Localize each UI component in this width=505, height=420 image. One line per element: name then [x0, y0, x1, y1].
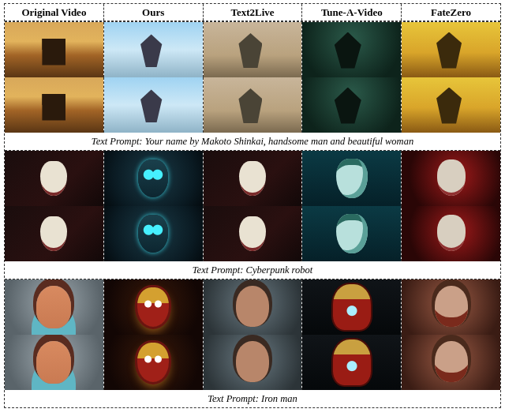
video-frame — [204, 22, 303, 77]
video-frame — [402, 22, 500, 77]
thumbnail-icon — [204, 279, 302, 335]
video-frame — [204, 77, 303, 133]
video-frame — [104, 77, 204, 133]
thumbnail-icon — [302, 206, 401, 261]
thumbnail-icon — [104, 335, 203, 390]
frame-row — [5, 151, 500, 206]
video-frame — [5, 22, 104, 77]
thumbnail-icon — [204, 206, 302, 261]
example-block: Text Prompt: Your name by Makoto Shinkai… — [5, 21, 500, 150]
video-frame — [104, 151, 204, 206]
thumbnail-icon — [302, 151, 401, 206]
thumbnail-icon — [104, 206, 203, 261]
prompt-caption: Text Prompt: Cyberpunk robot — [5, 261, 500, 279]
video-frame — [5, 77, 104, 133]
video-frame — [5, 151, 104, 206]
thumbnail-icon — [204, 151, 302, 206]
frame-row — [5, 335, 500, 390]
col-header: Text2Live — [204, 4, 303, 21]
col-header: Ours — [104, 4, 204, 21]
frame-row — [5, 22, 500, 77]
thumbnail-icon — [5, 279, 103, 335]
video-frame — [5, 279, 104, 335]
frame-row — [5, 77, 500, 133]
video-frame — [402, 151, 500, 206]
video-frame — [402, 335, 500, 390]
video-frame — [104, 335, 204, 390]
thumbnail-icon — [402, 77, 500, 133]
thumbnail-icon — [104, 279, 203, 335]
thumbnail-icon — [104, 151, 203, 206]
video-frame — [204, 335, 303, 390]
thumbnail-icon — [402, 206, 500, 261]
thumbnail-icon — [5, 77, 103, 133]
video-frame — [402, 77, 500, 133]
thumbnail-icon — [204, 335, 302, 390]
thumbnail-icon — [204, 22, 302, 77]
thumbnail-icon — [5, 151, 103, 206]
video-frame — [302, 206, 402, 261]
thumbnail-icon — [402, 151, 500, 206]
video-frame — [104, 279, 204, 335]
thumbnail-icon — [402, 22, 500, 77]
video-frame — [302, 335, 402, 390]
thumbnail-icon — [204, 77, 302, 133]
thumbnail-icon — [5, 22, 103, 77]
video-frame — [104, 206, 204, 261]
video-frame — [204, 279, 303, 335]
thumbnail-icon — [302, 335, 401, 390]
video-frame — [402, 279, 500, 335]
thumbnail-icon — [302, 279, 401, 335]
thumbnail-icon — [104, 22, 203, 77]
col-header: Original Video — [5, 4, 104, 21]
col-header: Tune-A-Video — [302, 4, 402, 21]
video-frame — [302, 77, 402, 133]
prompt-caption: Text Prompt: Your name by Makoto Shinkai… — [5, 133, 500, 150]
frame-row — [5, 206, 500, 261]
header-row: Original Video Ours Text2Live Tune-A-Vid… — [5, 4, 500, 21]
video-frame — [5, 335, 104, 390]
prompt-caption: Text Prompt: Iron man — [5, 390, 500, 407]
thumbnail-icon — [5, 335, 103, 390]
video-frame — [104, 22, 204, 77]
video-frame — [302, 151, 402, 206]
thumbnail-icon — [302, 77, 401, 133]
comparison-figure: Original Video Ours Text2Live Tune-A-Vid… — [4, 3, 501, 408]
video-frame — [5, 206, 104, 261]
video-frame — [204, 151, 303, 206]
video-frame — [302, 279, 402, 335]
frame-row — [5, 279, 500, 335]
thumbnail-icon — [402, 279, 500, 335]
example-block: Text Prompt: Cyberpunk robot — [5, 150, 500, 279]
col-header: FateZero — [402, 4, 500, 21]
thumbnail-icon — [104, 77, 203, 133]
example-block: Text Prompt: Iron man — [5, 279, 500, 407]
video-frame — [402, 206, 500, 261]
thumbnail-icon — [402, 335, 500, 390]
thumbnail-icon — [5, 206, 103, 261]
video-frame — [204, 206, 303, 261]
video-frame — [302, 22, 402, 77]
thumbnail-icon — [302, 22, 401, 77]
